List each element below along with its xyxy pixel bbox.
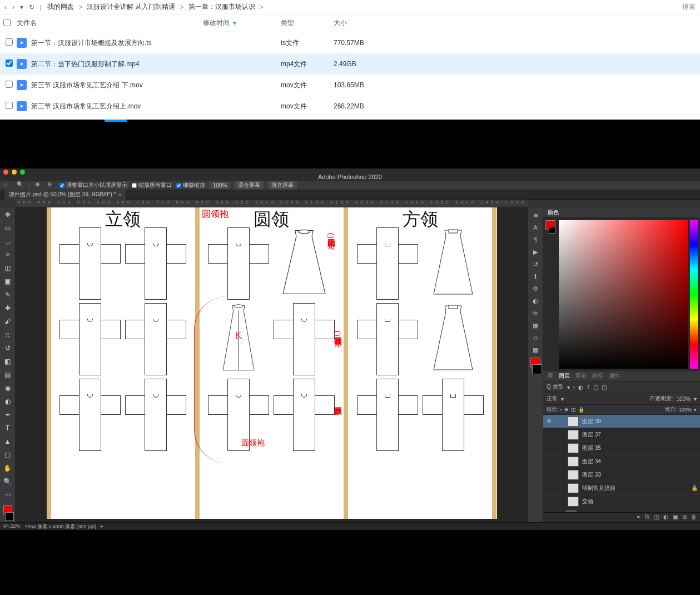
- file-row[interactable]: 第三节 汉服市场常见工艺介绍上.movmov文件268.22MB: [0, 96, 700, 117]
- col-type[interactable]: 类型: [281, 18, 334, 28]
- scrubby-zoom-checkbox[interactable]: 细微缩放: [176, 181, 205, 189]
- layer-row[interactable]: 交领: [543, 495, 700, 508]
- nav-dropdown-icon[interactable]: ▾: [20, 3, 23, 11]
- history-brush-icon[interactable]: ↺: [2, 343, 13, 353]
- col-size[interactable]: 大小: [334, 18, 378, 28]
- dodge-tool-icon[interactable]: ◐: [2, 396, 13, 406]
- layer-row[interactable]: 图层 37: [543, 428, 700, 442]
- tab-library[interactable]: 库: [548, 372, 553, 380]
- delete-layer-icon[interactable]: 🗑: [691, 514, 697, 521]
- zoom-all-checkbox[interactable]: 缩放所有窗口: [132, 181, 172, 189]
- opacity-value[interactable]: 100%: [676, 396, 691, 402]
- col-name[interactable]: 文件名: [17, 18, 203, 28]
- layer-mask-icon[interactable]: ◫: [654, 514, 659, 521]
- actions-panel-icon[interactable]: ▶: [530, 247, 540, 256]
- layer-row[interactable]: 图层 33: [543, 468, 700, 482]
- layer-row[interactable]: 👁▸组 5: [543, 508, 700, 512]
- color-tab[interactable]: 颜色: [548, 209, 559, 216]
- eraser-tool-icon[interactable]: ◧: [2, 356, 13, 366]
- lasso-tool-icon[interactable]: ◡: [2, 236, 13, 246]
- canvas-area[interactable]: 立领 圆领袍 圆领 圆领比甲(短): [16, 207, 528, 522]
- blur-tool-icon[interactable]: ◉: [2, 383, 13, 393]
- row-checkbox[interactable]: [6, 38, 13, 46]
- edit-toolbar-icon[interactable]: ⋯: [2, 490, 13, 500]
- file-row[interactable]: 第一节：汉服设计市场概括及发展方向.tsts文件770.57MB: [0, 32, 700, 53]
- nav-back-icon[interactable]: ‹: [4, 3, 7, 11]
- zoom-in-icon[interactable]: ⊕: [35, 181, 43, 189]
- pen-tool-icon[interactable]: ✒: [2, 410, 13, 420]
- breadcrumb-item[interactable]: 第一章：汉服市场认识: [188, 2, 255, 12]
- new-group-icon[interactable]: ▣: [673, 514, 678, 521]
- properties-panel-icon[interactable]: ⚙: [530, 284, 540, 293]
- filter-smart-icon[interactable]: ◫: [602, 384, 607, 390]
- nav-fwd-icon[interactable]: ›: [12, 3, 14, 11]
- tab-channels[interactable]: 通道: [575, 372, 587, 380]
- breadcrumb-item[interactable]: 汉服设计全讲解 从入门到精通: [87, 2, 175, 12]
- background-swatch[interactable]: [5, 512, 14, 521]
- filter-adjust-icon[interactable]: ◐: [578, 384, 583, 390]
- file-row[interactable]: 第三节 汉服市场常见工艺介绍 下.movmov文件103.65MB: [0, 75, 700, 96]
- fill-value[interactable]: 100%: [679, 407, 692, 413]
- filter-type-icon[interactable]: T: [587, 384, 590, 390]
- new-layer-icon[interactable]: ⊞: [682, 514, 687, 521]
- zoom-out-icon[interactable]: ⊖: [47, 181, 55, 189]
- styles-panel-icon[interactable]: fx: [530, 309, 540, 318]
- new-fill-icon[interactable]: ◐: [663, 514, 668, 521]
- breadcrumb-item[interactable]: 我的网盘: [47, 2, 74, 12]
- shape-tool-icon[interactable]: ▢: [2, 450, 13, 460]
- blend-mode-dropdown[interactable]: 正常: [547, 395, 558, 403]
- row-checkbox[interactable]: [6, 60, 13, 67]
- zoom-100-button[interactable]: 100%: [210, 182, 231, 189]
- filter-shape-icon[interactable]: ▢: [593, 384, 598, 390]
- lock-all-icon[interactable]: 🔒: [578, 407, 584, 413]
- document-tab[interactable]: 课件图片.psd @ 50.3% (图层 39, RGB/8*) * ×: [4, 190, 126, 200]
- history-panel-icon[interactable]: ↺: [530, 260, 540, 269]
- paths-panel-icon[interactable]: ◇: [530, 333, 540, 342]
- fill-swatch[interactable]: [532, 364, 542, 374]
- fit-screen-button[interactable]: 适合屏幕: [235, 181, 264, 190]
- paragraph-panel-icon[interactable]: ¶: [530, 235, 540, 244]
- bg-color-swatch[interactable]: [549, 227, 555, 234]
- frame-tool-icon[interactable]: ▣: [2, 276, 13, 286]
- hand-tool-icon[interactable]: ✋: [2, 463, 13, 473]
- layer-row[interactable]: 明制常见汉服🔒: [543, 482, 700, 495]
- select-all-checkbox[interactable]: [3, 19, 11, 26]
- gradient-tool-icon[interactable]: ▤: [2, 370, 13, 380]
- visibility-toggle-icon[interactable]: 👁: [545, 418, 553, 424]
- heal-tool-icon[interactable]: ✚: [2, 303, 13, 313]
- layer-row[interactable]: 图层 35: [543, 442, 700, 455]
- swatches-panel-icon[interactable]: ▩: [530, 345, 540, 354]
- row-checkbox[interactable]: [6, 102, 13, 109]
- brushes-panel-icon[interactable]: ≋: [530, 211, 540, 220]
- type-tool-icon[interactable]: T: [2, 423, 13, 433]
- brush-tool-icon[interactable]: 🖌: [2, 316, 13, 326]
- resize-window-checkbox[interactable]: 调整窗口大小以满屏显示: [59, 181, 127, 189]
- tab-paths[interactable]: 路径: [592, 372, 603, 380]
- move-tool-icon[interactable]: ✥: [2, 210, 13, 220]
- fill-screen-button[interactable]: 填充屏幕: [268, 181, 297, 190]
- color-picker-field[interactable]: [559, 220, 688, 369]
- tab-layers[interactable]: 图层: [559, 372, 570, 380]
- crop-tool-icon[interactable]: ◫: [2, 263, 13, 273]
- file-row[interactable]: 第二节：当下热门汉服形制了解.mp4mp4文件2.49GB: [0, 53, 700, 75]
- lock-pixels-icon[interactable]: ▫: [560, 407, 562, 413]
- layer-row[interactable]: 图层 34: [543, 455, 700, 468]
- info-panel-icon[interactable]: ℹ: [530, 272, 540, 281]
- search-input[interactable]: 搜索: [682, 2, 696, 12]
- hue-slider[interactable]: [690, 220, 698, 369]
- lock-artboard-icon[interactable]: ◫: [571, 407, 576, 413]
- minimize-window-icon[interactable]: [12, 170, 17, 175]
- layer-fx-icon[interactable]: fx: [645, 514, 649, 521]
- character-panel-icon[interactable]: A: [530, 223, 540, 232]
- status-dropdown-icon[interactable]: ▸: [101, 523, 103, 529]
- row-checkbox[interactable]: [6, 81, 13, 88]
- zoom-tool-icon[interactable]: 🔍: [2, 477, 13, 487]
- marquee-tool-icon[interactable]: ▭: [2, 223, 13, 233]
- filter-pixel-icon[interactable]: ▫: [573, 384, 575, 390]
- lock-position-icon[interactable]: ✥: [564, 407, 569, 413]
- wand-tool-icon[interactable]: ✧: [2, 250, 13, 260]
- adjustments-panel-icon[interactable]: ◐: [530, 296, 540, 305]
- channels-panel-icon[interactable]: ▦: [530, 321, 540, 330]
- maximize-window-icon[interactable]: [20, 170, 25, 175]
- stamp-tool-icon[interactable]: ⎌: [2, 330, 13, 340]
